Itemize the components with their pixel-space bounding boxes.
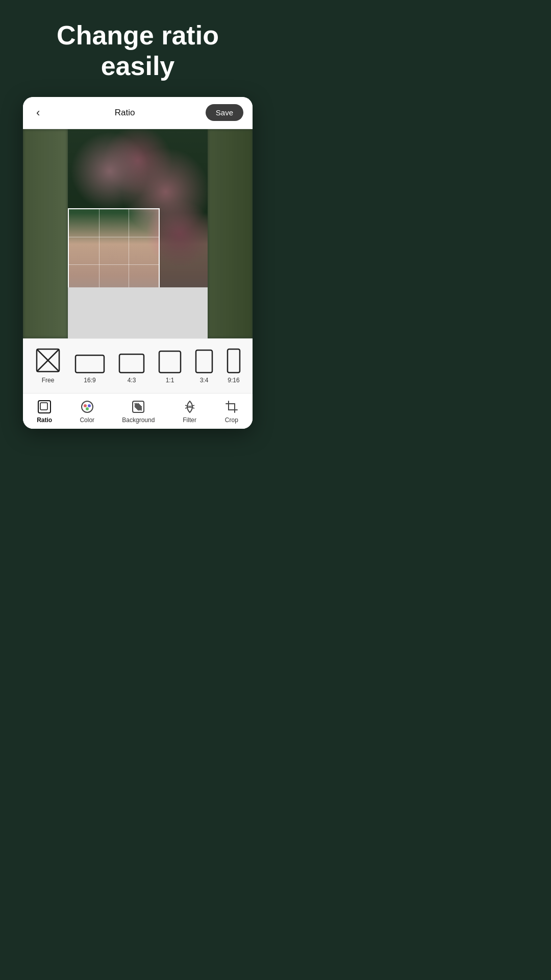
nav-label-crop: Crop [225,416,238,424]
ratio-icon-free [35,347,61,374]
svg-point-11 [84,404,87,407]
ratio-label-9-16: 9:16 [228,377,239,384]
svg-rect-6 [196,350,212,373]
app-card: ‹ Ratio Save ● [23,97,253,429]
card-header: ‹ Ratio Save [23,97,253,129]
background-nav-icon [131,400,145,414]
canvas-extension [68,287,208,338]
grid-line [129,209,129,291]
blur-right [208,129,253,338]
svg-point-13 [86,407,89,410]
hero-title: Change ratio easily [0,0,276,97]
ratio-icon-1-1 [158,350,182,374]
nav-label-background: Background [122,416,155,424]
nav-item-filter[interactable]: Filter [183,400,197,424]
ratio-option-free[interactable]: Free [35,347,61,384]
nav-item-ratio[interactable]: Ratio [37,400,52,424]
nav-item-color[interactable]: Color [80,400,94,424]
ratio-option-1-1[interactable]: 1:1 [158,350,182,384]
ratio-label-3-4: 3:4 [200,377,209,384]
svg-point-12 [88,404,91,407]
crop-overlay[interactable] [68,208,160,292]
crop-grid [69,209,159,291]
ratio-options: Free 16:9 4:3 [28,347,247,384]
ratio-panel: Free 16:9 4:3 [23,338,253,393]
page-title: Ratio [115,108,135,118]
svg-rect-3 [76,355,104,373]
filter-nav-icon [183,400,197,414]
grid-line [99,209,99,291]
back-button[interactable]: ‹ [32,104,44,121]
crop-nav-icon [224,400,239,414]
blur-left [23,129,68,338]
save-button[interactable]: Save [206,104,243,121]
ratio-option-4-3[interactable]: 4:3 [118,353,145,384]
ratio-label-4-3: 4:3 [128,377,136,384]
svg-rect-4 [119,354,144,373]
grid-line [69,237,159,237]
ratio-option-3-4[interactable]: 3:4 [195,349,213,384]
ratio-icon-3-4 [195,349,213,374]
ratio-label-free: Free [42,377,55,384]
svg-point-10 [82,401,93,412]
ratio-label-16-9: 16:9 [84,377,95,384]
nav-label-filter: Filter [183,416,196,424]
ratio-option-16-9[interactable]: 16:9 [74,354,105,384]
nav-item-background[interactable]: Background [122,400,155,424]
svg-rect-5 [159,351,181,373]
bottom-nav: Ratio Color [23,393,253,429]
color-nav-icon [80,400,94,414]
image-area: ● 99 ♥ 9K 👤 8K [23,129,253,338]
ratio-icon-9-16 [227,348,241,374]
grid-line [69,264,159,265]
nav-label-color: Color [80,416,94,424]
ratio-nav-icon [37,400,52,414]
ratio-icon-4-3 [118,353,145,374]
ratio-icon-16-9 [74,354,105,374]
nav-label-ratio: Ratio [37,416,52,424]
svg-rect-7 [228,349,240,373]
ratio-label-1-1: 1:1 [166,377,174,384]
ratio-option-9-16[interactable]: 9:16 [227,348,241,384]
nav-item-crop[interactable]: Crop [224,400,239,424]
svg-rect-9 [40,403,47,410]
